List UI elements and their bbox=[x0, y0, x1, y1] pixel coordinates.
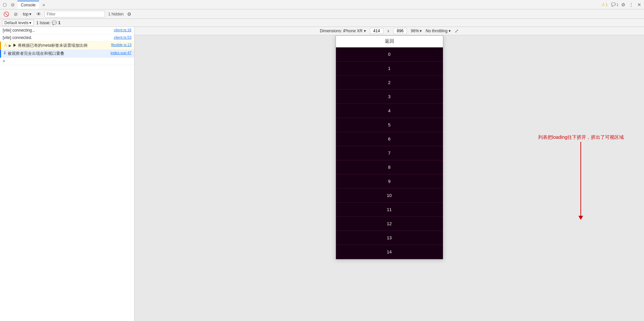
issue-label: 1 Issue: bbox=[36, 21, 50, 25]
levels-toolbar: Default levels ▾ 1 Issue: 💬 1 bbox=[0, 19, 644, 27]
warn-triangle-icon: ⚠ bbox=[4, 43, 7, 47]
issue-badge: 1 Issue: 💬 1 bbox=[36, 21, 61, 25]
rotate-icon[interactable]: ⤢ bbox=[455, 28, 459, 34]
inspect-element-icon[interactable]: ⬡ bbox=[1, 1, 8, 8]
console-text-warn: ▶ 将根据已有的meta标签未设置缩放比例 bbox=[13, 43, 111, 48]
devtools-topbar: ⬡ ⊘ Console » ⚠ 1 💬 1 ⚙ ⋮ ✕ bbox=[0, 0, 644, 9]
console-link-info[interactable]: index.vue:47 bbox=[111, 51, 131, 55]
info-badge: 💬 1 bbox=[611, 2, 618, 7]
phone-frame: 返回 01234567891011121314 bbox=[336, 35, 443, 259]
zoom-selector[interactable]: 96% ▾ bbox=[411, 29, 422, 33]
list-item[interactable]: 11 bbox=[336, 203, 443, 217]
dimension-separator: x bbox=[387, 29, 389, 33]
close-devtools-icon[interactable]: ✕ bbox=[636, 1, 643, 8]
warn-icon: ⚠ bbox=[602, 2, 605, 7]
dimensions-device-name: Dimensions: iPhone XR bbox=[320, 29, 363, 33]
list-item[interactable]: 12 bbox=[336, 217, 443, 231]
warn-badge: ⚠ 1 bbox=[602, 2, 608, 7]
console-link-warn[interactable]: flexible.js:13 bbox=[111, 43, 131, 47]
phone-back-header[interactable]: 返回 bbox=[336, 36, 443, 47]
console-text-info: 被观察者完全出现在和视口重叠 bbox=[8, 51, 110, 56]
warn-count: 1 bbox=[606, 3, 608, 7]
live-expressions-icon[interactable]: 👁 bbox=[35, 11, 42, 17]
expand-arrow-icon[interactable]: ▶ bbox=[9, 44, 11, 47]
devtools-header-bar: Dimensions: iPhone XR ▾ x 96% ▾ No throt… bbox=[135, 27, 644, 35]
default-levels-button[interactable]: Default levels ▾ bbox=[2, 20, 34, 26]
clear-console-icon[interactable]: 🚫 bbox=[2, 11, 10, 17]
console-text-2: [vite] connected. bbox=[3, 35, 114, 40]
top-label: top bbox=[23, 12, 29, 16]
console-line-warn: ⚠ ▶ ▶ 将根据已有的meta标签未设置缩放比例 flexible.js:13 bbox=[0, 42, 134, 50]
list-item[interactable]: 0 bbox=[336, 47, 443, 62]
console-expand-arrow[interactable]: > bbox=[3, 59, 131, 64]
annotation-text: 列表把loading往下挤开，挤出了可视区域 bbox=[538, 134, 624, 141]
console-link-1[interactable]: client.ts:16 bbox=[114, 28, 131, 32]
height-input[interactable] bbox=[393, 28, 407, 34]
no-entry-icon[interactable]: ⊘ bbox=[12, 11, 19, 17]
more-tabs-icon[interactable]: » bbox=[40, 1, 47, 8]
issue-icon: 💬 bbox=[52, 21, 57, 25]
arrow-line bbox=[580, 142, 581, 216]
phone-list: 01234567891011121314 bbox=[336, 47, 443, 259]
more-options-icon[interactable]: ⋮ bbox=[628, 1, 635, 8]
throttle-selector[interactable]: No throttling ▾ bbox=[426, 29, 451, 33]
zoom-value: 96% bbox=[411, 29, 419, 33]
dimensions-chevron-icon: ▾ bbox=[364, 29, 366, 33]
console-toolbar: 🚫 ⊘ top ▾ 👁 1 hidden ⚙ bbox=[0, 9, 644, 19]
devtools-panel: [vite] connecting... client.ts:16 [vite]… bbox=[0, 27, 644, 321]
annotation-arrow bbox=[578, 142, 583, 220]
console-line-info: 2 被观察者完全出现在和视口重叠 index.vue:47 bbox=[0, 50, 134, 58]
list-item[interactable]: 1 bbox=[336, 62, 443, 76]
info-num: 2 bbox=[4, 51, 6, 55]
info-count: 1 bbox=[616, 3, 618, 7]
arrow-head bbox=[578, 216, 583, 220]
zoom-chevron-icon: ▾ bbox=[420, 29, 422, 33]
back-label: 返回 bbox=[385, 38, 394, 44]
console-link-2[interactable]: client.ts:53 bbox=[114, 35, 131, 39]
device-mode-icon[interactable]: ⊘ bbox=[9, 1, 16, 8]
list-item[interactable]: 3 bbox=[336, 90, 443, 104]
list-item[interactable]: 8 bbox=[336, 160, 443, 174]
console-tab[interactable]: Console bbox=[17, 1, 39, 9]
throttle-value: No throttling bbox=[426, 29, 448, 33]
console-text-1: [vite] connecting... bbox=[3, 28, 114, 33]
list-item[interactable]: 14 bbox=[336, 245, 443, 259]
list-item[interactable]: 5 bbox=[336, 118, 443, 132]
console-settings-icon[interactable]: ⚙ bbox=[127, 11, 131, 17]
list-item[interactable]: 4 bbox=[336, 104, 443, 118]
console-line-expand[interactable]: > bbox=[0, 58, 134, 65]
width-input[interactable] bbox=[370, 28, 383, 34]
annotation-area: 列表把loading往下挤开，挤出了可视区域 bbox=[538, 134, 624, 220]
chevron-down-icon: ▾ bbox=[29, 12, 31, 16]
issue-count: 1 bbox=[58, 21, 61, 25]
console-area: [vite] connecting... client.ts:16 [vite]… bbox=[0, 27, 135, 321]
list-item[interactable]: 2 bbox=[336, 76, 443, 90]
info-icon: 💬 bbox=[611, 2, 616, 7]
list-item[interactable]: 13 bbox=[336, 231, 443, 245]
list-item[interactable]: 7 bbox=[336, 146, 443, 160]
console-line-1: [vite] connecting... client.ts:16 bbox=[0, 27, 134, 34]
list-item[interactable]: 6 bbox=[336, 132, 443, 146]
dimensions-label[interactable]: Dimensions: iPhone XR ▾ bbox=[320, 29, 366, 33]
list-item[interactable]: 9 bbox=[336, 174, 443, 189]
filter-input[interactable] bbox=[44, 11, 105, 17]
default-levels-label: Default levels bbox=[4, 21, 29, 25]
levels-chevron-icon: ▾ bbox=[29, 21, 31, 25]
list-item[interactable]: 10 bbox=[336, 189, 443, 203]
hidden-count: 1 hidden bbox=[107, 12, 125, 16]
viewport-area: Dimensions: iPhone XR ▾ x 96% ▾ No throt… bbox=[135, 27, 644, 321]
throttle-chevron-icon: ▾ bbox=[449, 29, 451, 33]
console-line-2: [vite] connected. client.ts:53 bbox=[0, 34, 134, 42]
frame-selector[interactable]: top ▾ bbox=[21, 11, 33, 17]
settings-icon[interactable]: ⚙ bbox=[620, 1, 627, 8]
